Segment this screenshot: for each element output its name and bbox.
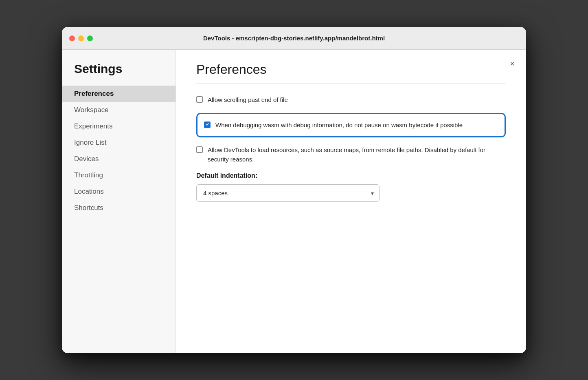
main-content: × Preferences Allow scrolling past end o… [176, 50, 526, 353]
maximize-traffic-light[interactable] [87, 35, 93, 41]
checkbox-remote[interactable] [196, 146, 203, 153]
indentation-dropdown[interactable]: 2 spaces 4 spaces 8 spaces Tab character [196, 184, 380, 202]
titlebar: DevTools - emscripten-dbg-stories.netlif… [62, 27, 526, 50]
setting-label-wasm: When debugging wasm with debug informati… [215, 121, 463, 130]
close-traffic-light[interactable] [69, 35, 75, 41]
sidebar-item-devices[interactable]: Devices [62, 151, 176, 167]
window-title: DevTools - emscripten-dbg-stories.netlif… [203, 35, 385, 42]
sidebar-item-experiments[interactable]: Experiments [62, 118, 176, 135]
sidebar-item-preferences[interactable]: Preferences [62, 86, 176, 102]
setting-row-scroll: Allow scrolling past end of file [196, 95, 506, 105]
divider [196, 84, 506, 84]
setting-label-remote: Allow DevTools to load resources, such a… [208, 146, 506, 164]
setting-label-scroll: Allow scrolling past end of file [208, 95, 288, 105]
setting-row-wasm: When debugging wasm with debug informati… [196, 113, 506, 138]
sidebar-item-locations[interactable]: Locations [62, 183, 176, 200]
dropdown-wrapper: 2 spaces 4 spaces 8 spaces Tab character… [196, 184, 380, 202]
indentation-label: Default indentation: [196, 172, 506, 179]
checkbox-scroll[interactable] [196, 96, 203, 103]
sidebar-item-workspace[interactable]: Workspace [62, 102, 176, 118]
sidebar-heading: Settings [62, 62, 176, 86]
indentation-section: Default indentation: 2 spaces 4 spaces 8… [196, 172, 506, 202]
sidebar-item-throttling[interactable]: Throttling [62, 167, 176, 183]
window: DevTools - emscripten-dbg-stories.netlif… [62, 27, 526, 353]
checkbox-wasm[interactable] [204, 122, 211, 128]
content-area: Settings Preferences Workspace Experimen… [62, 50, 526, 353]
minimize-traffic-light[interactable] [78, 35, 84, 41]
sidebar: Settings Preferences Workspace Experimen… [62, 50, 176, 353]
sidebar-item-shortcuts[interactable]: Shortcuts [62, 200, 176, 216]
setting-row-remote: Allow DevTools to load resources, such a… [196, 146, 506, 164]
section-title: Preferences [196, 62, 506, 77]
sidebar-item-ignore-list[interactable]: Ignore List [62, 135, 176, 151]
traffic-lights [69, 35, 93, 41]
close-button[interactable]: × [507, 58, 518, 69]
